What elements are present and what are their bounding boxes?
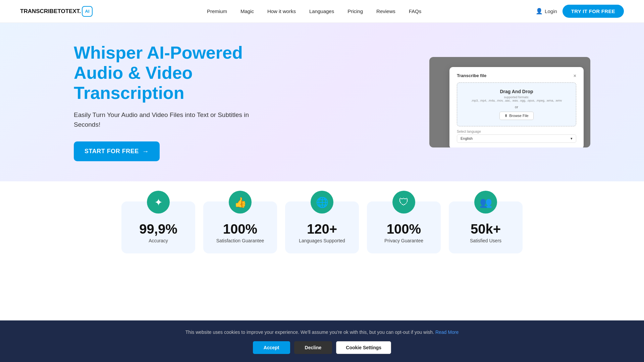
cookie-accept-button[interactable]: Accept — [253, 341, 290, 354]
satisfaction-icon: 👍 — [229, 191, 252, 214]
language-select[interactable]: Select language English ▾ — [457, 130, 576, 143]
stat-card-languages: 🌐 120+ Languages Supported — [285, 201, 359, 253]
stat-card-users: 👥 50k+ Satisfied Users — [449, 201, 523, 253]
nav-links: Premium Magic How it works Languages Pri… — [207, 8, 421, 14]
hero-subtitle: Easily Turn Your Audio and Video Files i… — [74, 110, 262, 129]
transcribe-modal: Transcribe file × Drag And Drop supporte… — [449, 67, 584, 147]
cookie-decline-button[interactable]: Decline — [294, 341, 332, 354]
logo-to: TO — [57, 8, 65, 14]
upload-icon: ⬆ — [504, 114, 507, 118]
user-icon: 👤 — [536, 8, 543, 15]
browse-file-button[interactable]: ⬆ Browse File — [499, 112, 533, 120]
or-separator: or — [461, 105, 573, 109]
stat-card-satisfaction: 👍 100% Satisfaction Guarantee — [203, 201, 277, 253]
users-label: Satisfied Users — [470, 238, 501, 243]
login-label: Login — [545, 8, 557, 14]
languages-value: 120+ — [307, 222, 337, 237]
logo-text: TRANSCRIBETOTEXT. — [20, 8, 81, 15]
supported-label: supported formats: — [504, 96, 529, 99]
start-label: START FOR FREE — [85, 148, 139, 155]
cookie-settings-button[interactable]: Cookie Settings — [336, 341, 391, 354]
supported-formats-label: supported formats: .mp3, .mp4, .m4a, .mo… — [461, 96, 573, 102]
modal-title: Transcribe file — [457, 73, 486, 78]
stats-section: ✦ 99,9% Accuracy 👍 100% Satisfaction Gua… — [0, 181, 644, 280]
lang-value: English — [461, 136, 473, 140]
nav-pricing[interactable]: Pricing — [347, 8, 363, 14]
hero-section: Whisper AI-Powered Audio & Video Transcr… — [0, 23, 644, 181]
accuracy-value: 99,9% — [139, 222, 177, 237]
cookie-text-content: This website uses cookies to improve you… — [185, 329, 434, 335]
read-more-link[interactable]: Read More — [435, 329, 459, 335]
languages-icon: 🌐 — [311, 191, 333, 214]
logo-text-after: TEXT. — [65, 8, 81, 14]
accuracy-icon: ✦ — [147, 191, 170, 214]
satisfaction-label: Satisfaction Guarantee — [216, 238, 264, 243]
hero-content: Whisper AI-Powered Audio & Video Transcr… — [74, 43, 262, 161]
privacy-value: 100% — [387, 222, 421, 237]
users-value: 50k+ — [471, 222, 501, 237]
nav-faqs[interactable]: FAQs — [409, 8, 422, 14]
nav-how-it-works[interactable]: How it works — [267, 8, 296, 14]
nav-magic[interactable]: Magic — [240, 8, 254, 14]
logo-transcribe: TRANSCRIBE — [20, 8, 57, 14]
drop-zone[interactable]: Drag And Drop supported formats: .mp3, .… — [457, 82, 576, 126]
nav-right: 👤 Login TRY IT FOR FREE — [536, 5, 624, 18]
modal-close-button[interactable]: × — [574, 73, 576, 78]
start-free-button[interactable]: START FOR FREE → — [74, 141, 160, 161]
navbar: TRANSCRIBETOTEXT. AI Premium Magic How i… — [0, 0, 644, 23]
login-button[interactable]: 👤 Login — [536, 8, 557, 15]
chevron-down-icon: ▾ — [571, 136, 573, 141]
privacy-label: Privacy Guarantee — [384, 238, 423, 243]
lang-select-label: Select language — [457, 130, 576, 133]
modal-header: Transcribe file × — [457, 73, 576, 78]
cookie-buttons: Accept Decline Cookie Settings — [13, 341, 631, 354]
try-free-button[interactable]: TRY IT FOR FREE — [562, 5, 624, 18]
drag-drop-title: Drag And Drop — [461, 89, 573, 94]
satisfaction-value: 100% — [223, 222, 257, 237]
stat-card-accuracy: ✦ 99,9% Accuracy — [121, 201, 195, 253]
hero-title: Whisper AI-Powered Audio & Video Transcr… — [74, 43, 262, 103]
cookie-banner: This website uses cookies to improve you… — [0, 320, 644, 362]
stat-card-privacy: 🛡 100% Privacy Guarantee — [367, 201, 441, 253]
privacy-icon: 🛡 — [392, 191, 415, 214]
logo-ai-badge: AI — [82, 6, 93, 17]
hero-image: Transcribe file × Drag And Drop supporte… — [429, 57, 590, 147]
formats-list: .mp3, .mp4, .m4a, .mov, .aac, .wav, .ogg… — [471, 99, 562, 102]
cookie-message: This website uses cookies to improve you… — [13, 328, 631, 336]
users-icon: 👥 — [474, 191, 497, 214]
languages-label: Languages Supported — [299, 238, 345, 243]
lang-field[interactable]: English ▾ — [457, 134, 576, 143]
browse-label: Browse File — [509, 114, 528, 118]
nav-premium[interactable]: Premium — [207, 8, 227, 14]
logo: TRANSCRIBETOTEXT. AI — [20, 6, 93, 17]
accuracy-label: Accuracy — [149, 238, 168, 243]
nav-reviews[interactable]: Reviews — [376, 8, 395, 14]
arrow-icon: → — [142, 147, 149, 155]
nav-languages[interactable]: Languages — [309, 8, 334, 14]
